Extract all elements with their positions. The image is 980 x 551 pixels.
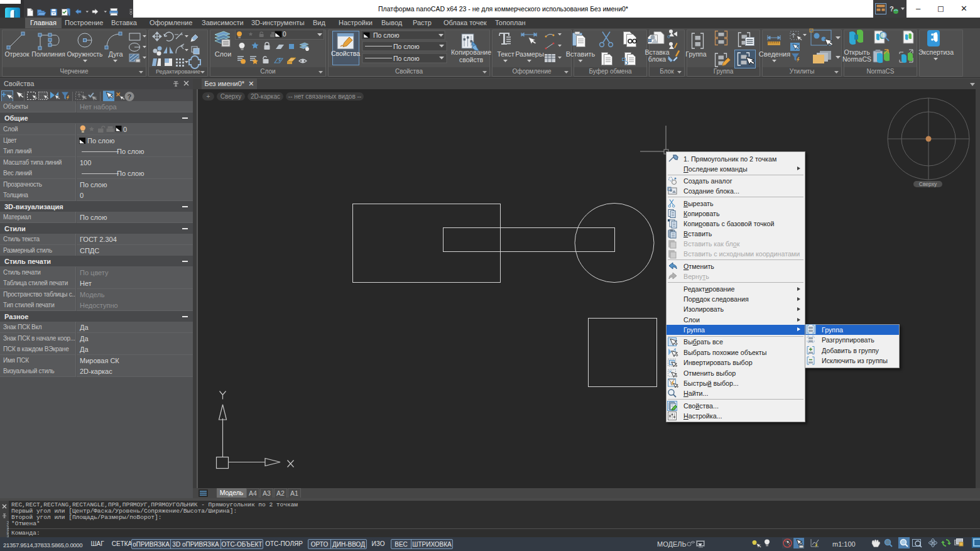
svg-text:По слою: По слою — [393, 43, 420, 50]
svg-text:Вставить: Вставить — [566, 50, 596, 58]
svg-text:блока: блока — [648, 55, 666, 63]
svg-text:Дуга: Дуга — [108, 50, 123, 58]
svg-text:По слою: По слою — [373, 31, 400, 39]
svg-text:0: 0 — [283, 31, 286, 38]
svg-text:Сведения: Сведения — [759, 50, 790, 58]
svg-text:Отрезок: Отрезок — [5, 51, 30, 58]
svg-text:?: ? — [128, 93, 132, 101]
svg-text:NormaCS: NormaCS — [842, 55, 871, 63]
svg-text:Свойства: Свойства — [331, 50, 360, 57]
svg-text:Полилиния: Полилиния — [31, 51, 65, 58]
svg-text:?: ? — [890, 5, 894, 13]
svg-text:Текст: Текст — [497, 50, 514, 58]
svg-text:По слою: По слою — [393, 55, 420, 62]
svg-text:Группа: Группа — [685, 50, 706, 58]
svg-text:Слои: Слои — [215, 50, 232, 58]
svg-text:Коман: Коман — [6, 521, 9, 537]
svg-text:Сверху: Сверху — [919, 181, 937, 187]
svg-text:Окружность: Окружность — [67, 51, 103, 58]
svg-text:Экспертиза: Экспертиза — [918, 48, 954, 56]
svg-text:Размеры: Размеры — [515, 50, 544, 58]
svg-text:свойств: свойств — [459, 56, 483, 63]
svg-text:Копирование: Копирование — [451, 48, 491, 56]
